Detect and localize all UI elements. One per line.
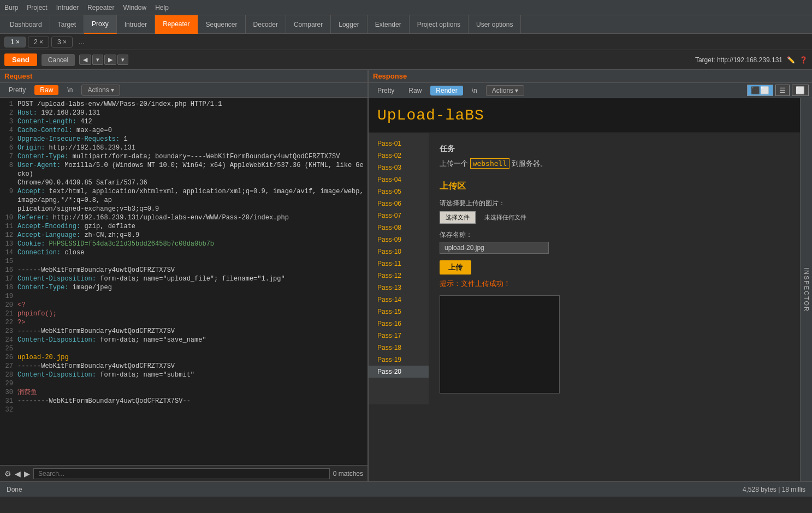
- nav-back-button[interactable]: ◀: [79, 55, 91, 65]
- response-tab-pretty[interactable]: Pretty: [372, 86, 400, 96]
- save-name-row: 保存名称：: [440, 230, 789, 254]
- tab-comparer[interactable]: Comparer: [286, 15, 331, 34]
- reptab-more[interactable]: …: [75, 37, 88, 47]
- pass-item-07[interactable]: Pass-07: [369, 210, 429, 222]
- target-info: Target: http://192.168.239.131 ✏️ ❓: [695, 56, 808, 64]
- repeater-tabs: 1 × 2 × 3 × …: [0, 34, 812, 50]
- pass-item-04[interactable]: Pass-04: [369, 174, 429, 186]
- reptab-1[interactable]: 1 ×: [4, 37, 26, 47]
- main-area: Request Pretty Raw \n Actions ▾ 1POST /u…: [0, 70, 812, 481]
- pass-item-03[interactable]: Pass-03: [369, 162, 429, 174]
- pass-item-18[interactable]: Pass-18: [369, 342, 429, 354]
- response-panel-toolbar: Pretty Raw Render \n Actions ▾ ⬛⬜ ☰ ⬜: [369, 83, 812, 98]
- tab-decoder[interactable]: Decoder: [246, 15, 286, 34]
- pass-item-11[interactable]: Pass-11: [369, 258, 429, 270]
- edit-target-icon[interactable]: ✏️: [787, 56, 795, 64]
- pass-item-14[interactable]: Pass-14: [369, 294, 429, 306]
- upload-button[interactable]: 上传: [440, 260, 471, 275]
- response-actions-button[interactable]: Actions ▾: [486, 85, 525, 96]
- menu-help[interactable]: Help: [155, 4, 169, 11]
- pass-item-13[interactable]: Pass-13: [369, 282, 429, 294]
- tab-target[interactable]: Target: [50, 15, 84, 34]
- pass-item-05[interactable]: Pass-05: [369, 186, 429, 198]
- pass-item-02[interactable]: Pass-02: [369, 150, 429, 162]
- pass-item-01[interactable]: Pass-01: [369, 138, 429, 150]
- request-tab-pretty[interactable]: Pretty: [3, 85, 31, 95]
- menu-burp[interactable]: Burp: [4, 4, 18, 11]
- layout-vertical-btn[interactable]: ⬜: [792, 85, 809, 96]
- rendered-response: UpLoad-laBS Pass-01 Pass-02 Pass-03 Pass…: [369, 98, 800, 481]
- menu-window[interactable]: Window: [123, 4, 146, 11]
- menu-repeater[interactable]: Repeater: [87, 4, 114, 11]
- nav-fwd-dropdown[interactable]: ▾: [117, 55, 128, 65]
- task-heading: 任务: [440, 144, 789, 154]
- upload-section: 上传区 请选择要上传的图片： 选择文件 未选择任何文件 保存名称：: [440, 181, 789, 393]
- toolbar: Send Cancel ◀ ▾ ▶ ▾ Target: http://192.1…: [0, 50, 812, 70]
- pass-item-15[interactable]: Pass-15: [369, 306, 429, 318]
- response-tab-render[interactable]: Render: [430, 86, 463, 96]
- menu-project[interactable]: Project: [27, 4, 47, 11]
- choose-file-button[interactable]: 选择文件: [440, 211, 476, 224]
- request-tab-ln[interactable]: \n: [62, 85, 78, 95]
- file-name-label: 未选择任何文件: [484, 213, 526, 222]
- layout-split-btn[interactable]: ⬛⬜: [747, 85, 773, 96]
- layout-horizontal-btn[interactable]: ☰: [775, 85, 790, 96]
- search-input[interactable]: [33, 468, 330, 479]
- menubar: Burp Project Intruder Repeater Window He…: [0, 0, 812, 15]
- request-actions-button[interactable]: Actions ▾: [81, 85, 120, 96]
- response-tab-raw[interactable]: Raw: [403, 86, 427, 96]
- request-search-bar: ⚙ ◀ ▶ 0 matches: [0, 465, 368, 481]
- pass-item-10[interactable]: Pass-10: [369, 246, 429, 258]
- cancel-button[interactable]: Cancel: [42, 54, 75, 66]
- upload-labs-title: UpLoad-laBS: [377, 107, 791, 124]
- upload-labs-header: UpLoad-laBS: [369, 98, 800, 133]
- tab-repeater[interactable]: Repeater: [155, 15, 198, 34]
- request-panel: Request Pretty Raw \n Actions ▾ 1POST /u…: [0, 70, 369, 481]
- response-panel: Response Pretty Raw Render \n Actions ▾ …: [369, 70, 812, 481]
- upload-labs-content: Pass-01 Pass-02 Pass-03 Pass-04 Pass-05 …: [369, 133, 800, 404]
- nav-back-dropdown[interactable]: ▾: [92, 55, 103, 65]
- tab-proxy[interactable]: Proxy: [84, 15, 117, 34]
- save-name-input[interactable]: [440, 242, 549, 254]
- file-chooser-row: 请选择要上传的图片： 选择文件 未选择任何文件: [440, 199, 789, 224]
- pass-item-19[interactable]: Pass-19: [369, 354, 429, 366]
- nav-fwd-button[interactable]: ▶: [104, 55, 116, 65]
- back-history-icon[interactable]: ◀: [15, 469, 21, 478]
- tab-user-options[interactable]: User options: [469, 15, 521, 34]
- menu-intruder[interactable]: Intruder: [56, 4, 79, 11]
- help-icon[interactable]: ❓: [799, 56, 808, 64]
- target-label: Target: http://192.168.239.131: [695, 56, 783, 64]
- inspector-sidebar[interactable]: INSPECTOR: [800, 98, 812, 481]
- response-tab-ln[interactable]: \n: [466, 86, 483, 96]
- webshell-tag: webshell: [470, 158, 510, 169]
- tab-dashboard[interactable]: Dashboard: [2, 15, 50, 34]
- fwd-history-icon[interactable]: ▶: [24, 469, 30, 478]
- tab-project-options[interactable]: Project options: [410, 15, 469, 34]
- pass-item-08[interactable]: Pass-08: [369, 222, 429, 234]
- request-code-area[interactable]: 1POST /upload-labs-env/WWW/Pass-20/index…: [0, 98, 368, 465]
- pass-list: Pass-01 Pass-02 Pass-03 Pass-04 Pass-05 …: [369, 133, 429, 404]
- pass-item-17[interactable]: Pass-17: [369, 330, 429, 342]
- pass-item-09[interactable]: Pass-09: [369, 234, 429, 246]
- tab-extender[interactable]: Extender: [368, 15, 410, 34]
- pass-item-20[interactable]: Pass-20: [369, 366, 429, 378]
- choose-file-label: 请选择要上传的图片：: [440, 199, 789, 208]
- response-panel-header: Response: [369, 70, 812, 83]
- reptab-2[interactable]: 2 ×: [28, 37, 49, 47]
- request-tab-raw[interactable]: Raw: [34, 85, 58, 95]
- task-section: 任务 上传一个 webshell 到服务器。: [440, 144, 789, 170]
- save-name-label: 保存名称：: [440, 230, 789, 240]
- tab-sequencer[interactable]: Sequencer: [198, 15, 246, 34]
- nav-buttons: ◀ ▾ ▶ ▾: [79, 55, 128, 65]
- pass-item-12[interactable]: Pass-12: [369, 270, 429, 282]
- status-bar: Done 4,528 bytes | 18 millis: [0, 481, 812, 497]
- reptab-3[interactable]: 3 ×: [51, 37, 73, 47]
- tab-logger[interactable]: Logger: [331, 15, 367, 34]
- pass-item-16[interactable]: Pass-16: [369, 318, 429, 330]
- request-panel-toolbar: Pretty Raw \n Actions ▾: [0, 83, 368, 98]
- success-message: 提示：文件上传成功！: [440, 279, 789, 289]
- settings-icon[interactable]: ⚙: [4, 469, 11, 478]
- tab-intruder[interactable]: Intruder: [117, 15, 155, 34]
- pass-item-06[interactable]: Pass-06: [369, 198, 429, 210]
- send-button[interactable]: Send: [4, 53, 37, 66]
